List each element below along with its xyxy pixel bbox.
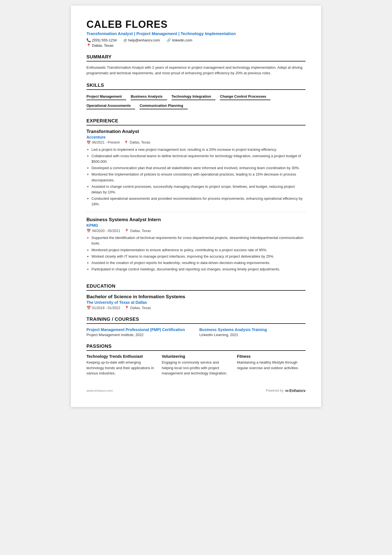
training-grid: Project Management Professional (PMP) Ce… — [86, 327, 306, 337]
bullet-item: Led a project to implement a new project… — [91, 147, 306, 152]
contact-info: 📞 (555) 555-1234 @ help@enhancv.com 🔗 li… — [86, 38, 306, 42]
edu-degree: Bachelor of Science in Information Syste… — [86, 294, 306, 300]
phone-number: (555) 555-1234 — [92, 38, 117, 42]
company-name: Accenture — [86, 135, 306, 139]
bullet-item: Developed a communication plan that ensu… — [91, 165, 306, 171]
brand-name: Enhancv — [289, 388, 306, 393]
bullet-item: Supported the identification of technica… — [91, 235, 306, 246]
location-icon-edu: 📍 — [125, 306, 129, 310]
calendar-icon-exp: 📅 — [86, 229, 91, 233]
edu-dates: 📅 01/2018 - 01/2022 — [86, 306, 120, 310]
job-title: Transformation Analyst — [86, 129, 306, 134]
passion-title: Technology Trends Enthusiast — [86, 354, 155, 359]
job-title: Business Systems Analyst Intern — [86, 217, 306, 223]
bullet-item: Assisted in the creation of project repo… — [91, 260, 306, 266]
location-icon-exp: 📍 — [125, 229, 129, 233]
training-name: Project Management Professional (PMP) Ce… — [86, 327, 193, 332]
page-footer: www.enhancv.com Powered by ∞ Enhancv — [86, 385, 306, 394]
location-contact: 📍 Dallas, Texas — [86, 43, 113, 48]
bullet-item: Worked closely with IT teams to manage p… — [91, 254, 306, 259]
exp-dates: 📅 06/2020 - 05/2021 — [86, 229, 120, 233]
skills-title: SKILLS — [86, 83, 306, 90]
linkedin-url: linkedin.com — [172, 38, 192, 42]
bullet-item: Monitored project implementation to ensu… — [91, 247, 306, 253]
passions-grid: Technology Trends Enthusiast Keeping up-… — [86, 354, 306, 376]
summary-section: SUMMARY Enthusiastic Transformation Anal… — [86, 54, 306, 76]
experience-entry: Business Systems Analyst InternKPMG 📅 06… — [86, 217, 306, 277]
location-icon: 📍 — [86, 43, 91, 48]
email-icon: @ — [123, 38, 127, 42]
passion-title: Fitness — [237, 354, 306, 359]
bullet-item: Participated in change control meetings,… — [91, 267, 306, 272]
resume-page: CALEB FLORES Transformation Analyst | Pr… — [71, 6, 321, 407]
skill-item: Business Analysis — [131, 93, 167, 100]
skill-item: Operational Assessments — [86, 102, 135, 109]
skills-section: SKILLS Project ManagementBusiness Analys… — [86, 83, 306, 112]
candidate-name: CALEB FLORES — [86, 19, 306, 30]
resume-header: CALEB FLORES Transformation Analyst | Pr… — [86, 19, 306, 48]
passion-desc: Maintaining a healthy lifestyle through … — [237, 360, 306, 371]
training-org: LinkedIn Learning, 2021 — [199, 333, 306, 337]
training-title: TRAINING / COURSES — [86, 317, 306, 324]
passion-item: Technology Trends Enthusiast Keeping up-… — [86, 354, 155, 376]
passion-title: Volunteering — [162, 354, 230, 359]
skill-item: Change Control Processes — [220, 93, 271, 100]
experience-section: EXPERIENCE Transformation AnalystAccentu… — [86, 118, 306, 277]
passions-title: PASSIONS — [86, 344, 306, 351]
skills-grid: Project ManagementBusiness AnalysisTechn… — [86, 93, 306, 112]
bullet-item: Collaborated with cross-functional teams… — [91, 153, 306, 164]
passions-section: PASSIONS Technology Trends Enthusiast Ke… — [86, 344, 306, 376]
skill-item: Technology Integration — [172, 93, 216, 100]
passion-desc: Keeping up-to-date with emerging technol… — [86, 360, 155, 376]
exp-bullets: Supported the identification of technica… — [86, 235, 306, 272]
exp-meta: 📅 06/2020 - 05/2021 📍 Dallas, Texas — [86, 229, 306, 233]
calendar-icon-exp: 📅 — [86, 140, 91, 145]
enhancv-logo: ∞ Enhancv — [285, 388, 306, 394]
linkedin-contact: 🔗 linkedin.com — [167, 38, 192, 42]
training-name: Business Systems Analysis Training — [199, 327, 306, 332]
edu-location: 📍 Dallas, Texas — [125, 306, 151, 310]
location-info: 📍 Dallas, Texas — [86, 43, 306, 48]
exp-location: 📍 Dallas, Texas — [124, 140, 150, 145]
training-org: Project Management Institute, 2022 — [86, 333, 193, 337]
summary-text: Enthusiastic Transformation Analyst with… — [86, 65, 306, 76]
calendar-icon: 📅 — [86, 306, 91, 310]
candidate-title: Transformation Analyst | Project Managem… — [86, 31, 306, 36]
exp-dates: 📅 06/2021 - Present — [86, 140, 120, 145]
footer-brand: Powered by ∞ Enhancv — [266, 388, 306, 394]
exp-location: 📍 Dallas, Texas — [125, 229, 151, 233]
company-name: KPMG — [86, 223, 306, 228]
email-contact: @ help@enhancv.com — [123, 38, 160, 42]
exp-bullets: Led a project to implement a new project… — [86, 147, 306, 207]
exp-meta: 📅 06/2021 - Present 📍 Dallas, Texas — [86, 140, 306, 145]
training-section: TRAINING / COURSES Project Management Pr… — [86, 317, 306, 337]
training-item: Project Management Professional (PMP) Ce… — [86, 327, 193, 337]
training-item: Business Systems Analysis Training Linke… — [199, 327, 306, 337]
passion-item: Volunteering Engaging in community servi… — [162, 354, 230, 376]
bullet-item: Assisted in change control processes, su… — [91, 184, 306, 195]
phone-icon: 📞 — [86, 38, 91, 42]
location-text: Dallas, Texas — [92, 43, 113, 48]
footer-website: www.enhancv.com — [86, 389, 113, 392]
edu-meta: 📅 01/2018 - 01/2022 📍 Dallas, Texas — [86, 306, 306, 310]
experience-title: EXPERIENCE — [86, 118, 306, 125]
education-section: EDUCATION Bachelor of Science in Informa… — [86, 283, 306, 310]
passion-item: Fitness Maintaining a healthy lifestyle … — [237, 354, 306, 376]
powered-by-label: Powered by — [266, 389, 283, 393]
skill-item: Communication Planning — [140, 102, 188, 109]
education-title: EDUCATION — [86, 283, 306, 291]
location-icon-exp: 📍 — [124, 140, 128, 145]
bullet-item: Monitored the implementation of policies… — [91, 172, 306, 183]
skill-item: Project Management — [86, 93, 126, 100]
passion-desc: Engaging in community service and helpin… — [162, 360, 230, 376]
email-address: help@enhancv.com — [128, 38, 160, 42]
experience-entry: Transformation AnalystAccenture 📅 06/202… — [86, 129, 306, 212]
phone-contact: 📞 (555) 555-1234 — [86, 38, 117, 42]
summary-title: SUMMARY — [86, 54, 306, 61]
linkedin-icon: 🔗 — [167, 38, 171, 42]
edu-school: The University of Texas at Dallas — [86, 300, 306, 305]
enhancv-logo-icon: ∞ — [285, 388, 289, 394]
bullet-item: Conducted operational assessments and pr… — [91, 196, 306, 207]
